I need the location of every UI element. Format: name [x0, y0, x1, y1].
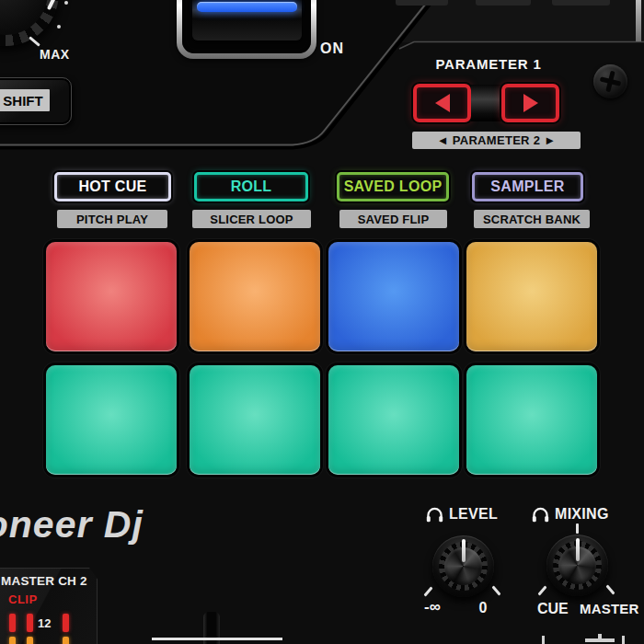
parameter2-label: ◄ PARAMETER 2 ► — [412, 132, 581, 149]
mode-button-sampler[interactable]: SAMPLER — [472, 172, 583, 201]
mode-button-saved-loop[interactable]: SAVED LOOP — [337, 172, 449, 201]
headphones-icon — [532, 507, 549, 523]
led-segment — [9, 614, 16, 632]
performance-pad[interactable] — [466, 365, 597, 475]
mixing-center-tick — [576, 523, 579, 534]
performance-pad[interactable] — [328, 365, 459, 475]
left-arrow-icon — [435, 94, 450, 112]
performance-pad[interactable] — [190, 242, 320, 351]
fader-scale-line — [152, 638, 282, 640]
mode-sublabel-scratch-bank: SCRATCH BANK — [474, 210, 590, 228]
clip-label: CLIP — [8, 592, 38, 606]
headphone-level-label: LEVEL — [426, 506, 498, 523]
on-label: ON — [320, 40, 344, 57]
led-segment — [27, 614, 33, 632]
led-segment — [27, 637, 33, 644]
screw-icon — [593, 64, 627, 98]
performance-pad[interactable] — [466, 242, 597, 351]
fader-marking — [585, 638, 615, 642]
knob-pointer-icon — [576, 538, 580, 561]
fader-marking — [622, 636, 625, 644]
panel-edge-highlight — [636, 0, 641, 41]
mixing-master-label: MASTER — [580, 601, 639, 616]
level-meter-panel: MASTER CH 2 CLIP 12 — [0, 568, 98, 644]
mode-sublabel-pitch-play: PITCH PLAY — [57, 210, 167, 228]
shift-button-label[interactable]: SHIFT — [0, 89, 50, 111]
mode-button-hot-cue[interactable]: HOT CUE — [54, 172, 171, 201]
dj-controller-panel: { "top_left": { "max_label": "MAX", "shi… — [0, 0, 644, 644]
parameter-button-divider — [471, 85, 501, 121]
mode-button-label: SAVED LOOP — [344, 178, 443, 195]
performance-pad[interactable] — [46, 365, 177, 475]
top-button-edge — [396, 0, 448, 6]
scale-dot — [64, 1, 68, 5]
meter-scale-value: 12 — [38, 616, 51, 630]
led-segment — [63, 637, 69, 644]
mode-sublabel-saved-flip: SAVED FLIP — [339, 210, 447, 228]
max-label: MAX — [40, 47, 70, 62]
level-min-label: -∞ — [414, 598, 451, 616]
mode-button-label: ROLL — [231, 178, 272, 195]
top-button-edge — [552, 0, 610, 6]
parameter1-title: PARAMETER 1 — [405, 56, 572, 72]
knob-pointer-icon — [462, 539, 466, 562]
top-button-edge — [476, 0, 531, 6]
mode-sublabel-slicer-loop: SLICER LOOP — [192, 210, 311, 228]
mixing-cue-label: CUE — [537, 601, 569, 617]
scale-dot — [57, 25, 61, 29]
headphone-level-knob[interactable] — [432, 535, 494, 597]
performance-pad[interactable] — [328, 242, 459, 351]
performance-pad[interactable] — [46, 242, 177, 351]
headphones-icon — [426, 507, 443, 523]
led-segment — [63, 614, 69, 632]
mixing-label: MIXING — [555, 506, 609, 523]
fader-marking — [598, 634, 602, 638]
level-max-label: 0 — [474, 600, 492, 616]
performance-pad[interactable] — [190, 365, 320, 475]
trim-knob-cap — [0, 0, 48, 35]
parameter-right-button[interactable] — [501, 84, 559, 122]
mode-button-roll[interactable]: ROLL — [194, 172, 308, 201]
mode-button-label: SAMPLER — [490, 178, 564, 195]
fader-led — [197, 2, 297, 12]
mode-button-label: HOT CUE — [78, 178, 146, 195]
meter-title: MASTER CH 2 — [1, 574, 87, 588]
parameter-left-button[interactable] — [413, 84, 471, 122]
brand-logo: Pioneer Dj — [0, 503, 144, 546]
right-arrow-icon — [523, 94, 538, 112]
headphone-mixing-label: MIXING — [532, 506, 609, 523]
headphone-mixing-knob[interactable] — [546, 535, 608, 596]
level-label: LEVEL — [449, 506, 498, 523]
fader-marking — [542, 636, 545, 644]
led-segment — [9, 637, 16, 644]
